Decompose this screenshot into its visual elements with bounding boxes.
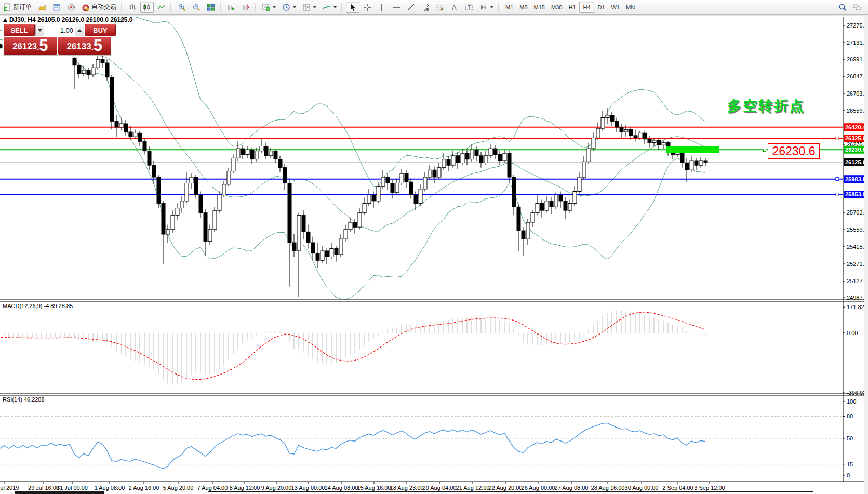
channel-tool-button[interactable]: F	[433, 2, 447, 13]
indicators-button[interactable]	[320, 2, 339, 13]
fibonacci-icon: E	[421, 3, 430, 11]
signals-button[interactable]	[64, 2, 78, 13]
signals-icon	[67, 3, 75, 11]
volume-input[interactable]	[44, 24, 75, 36]
label-tool-button[interactable]: T	[462, 2, 476, 13]
market-watch-button[interactable]	[50, 2, 63, 13]
new-order-icon	[3, 3, 11, 11]
macd-pane	[0, 310, 705, 385]
svg-text:26125.0: 26125.0	[845, 159, 866, 165]
svg-text:14 Aug 08:00: 14 Aug 08:00	[325, 485, 358, 491]
indicators-caret-icon	[333, 6, 337, 8]
bottom-window-edge	[15, 491, 104, 494]
svg-text:15 Aug 16:00: 15 Aug 16:00	[357, 485, 391, 491]
svg-text:26230.6: 26230.6	[845, 146, 866, 153]
candle-chart-button[interactable]	[140, 2, 154, 13]
chat-button[interactable]	[850, 2, 864, 13]
periods-button[interactable]	[279, 2, 299, 13]
vline-tool-button[interactable]	[375, 2, 389, 13]
search-button[interactable]	[836, 2, 849, 13]
svg-text:29 Jul 16:00: 29 Jul 16:00	[28, 485, 59, 491]
new-chart-button[interactable]	[259, 2, 278, 13]
svg-text:20 Aug 04:00: 20 Aug 04:00	[423, 485, 457, 491]
bar-chart-button[interactable]	[126, 2, 139, 13]
level-lines	[0, 127, 843, 196]
crosshair-icon	[363, 3, 371, 11]
toolbar-separator	[220, 3, 222, 12]
timeframe-m30[interactable]: M30	[548, 3, 565, 12]
text-icon: A	[450, 3, 459, 11]
cursor-tool-button[interactable]	[346, 2, 359, 13]
zoom-in-button[interactable]	[175, 2, 189, 13]
rsi-pane	[0, 416, 843, 469]
chart-shift-button[interactable]	[239, 2, 252, 13]
chart-canvas[interactable]: 27275.027131.026991.026847.026703.026559…	[0, 15, 868, 494]
profiles-icon	[38, 3, 46, 11]
svg-text:26420.4: 26420.4	[845, 124, 866, 130]
svg-text:100: 100	[847, 398, 856, 405]
timeframe-m5[interactable]: M5	[516, 3, 530, 12]
svg-text:A: A	[452, 4, 457, 11]
clock-icon	[282, 3, 290, 11]
right-window-strip	[864, 15, 868, 494]
vertical-line-icon	[378, 3, 386, 11]
svg-text:13 Aug 00:00: 13 Aug 00:00	[291, 485, 325, 491]
svg-text:80: 80	[847, 413, 853, 419]
bottom-window-border	[208, 491, 813, 492]
symbol-ohlc-text: DJ30, H4 26105.0 26126.0 26100.0 26125.0	[9, 16, 133, 23]
zoom-out-button[interactable]	[190, 2, 203, 13]
top-toolbar: 新订单 自动交易	[0, 0, 868, 15]
timeframe-m1[interactable]: M1	[502, 3, 516, 12]
sell-price[interactable]: 26123.5	[4, 37, 57, 55]
trendline-tool-button[interactable]	[404, 2, 418, 13]
templates-button[interactable]	[300, 2, 319, 13]
market-watch-icon	[52, 3, 61, 11]
timeframe-h4[interactable]: H4	[579, 2, 594, 13]
price-callout-box[interactable]: 26230.6	[768, 143, 820, 159]
timeframe-m15[interactable]: M15	[531, 3, 548, 12]
timeframe-d1[interactable]: D1	[595, 3, 608, 12]
templates-caret-icon	[313, 6, 316, 8]
svg-text:2 Sep 04:00: 2 Sep 04:00	[662, 485, 693, 491]
volume-increase-button[interactable]	[75, 24, 84, 36]
pane-separators[interactable]	[0, 15, 864, 482]
volume-decrease-button[interactable]	[36, 24, 44, 36]
crosshair-tool-button[interactable]	[360, 2, 374, 13]
hline-tool-button[interactable]	[390, 2, 403, 13]
line-chart-button[interactable]	[155, 2, 168, 13]
fibo-tool-button[interactable]: E	[419, 2, 432, 13]
arrows-tool-button[interactable]	[477, 2, 496, 13]
timeframe-w1[interactable]: W1	[608, 3, 623, 12]
svg-text:26 Jul 2019: 26 Jul 2019	[0, 485, 19, 491]
sell-price-frac: 5	[39, 38, 48, 54]
arrows-icon	[479, 3, 488, 11]
templates-icon	[302, 3, 311, 11]
bar-chart-icon	[128, 3, 137, 11]
svg-text:18 Aug 23:00: 18 Aug 23:00	[390, 485, 424, 491]
text-tool-button[interactable]: A	[448, 2, 461, 13]
auto-scroll-button[interactable]	[224, 2, 238, 13]
buy-price[interactable]: 26133.5	[58, 37, 112, 55]
svg-text:28 Aug 16:00: 28 Aug 16:00	[591, 485, 625, 491]
profiles-button[interactable]	[35, 2, 49, 13]
triangle-up-icon	[77, 29, 82, 32]
timeframe-mn[interactable]: MN	[623, 3, 638, 12]
svg-text:31 Jul 00:00: 31 Jul 00:00	[57, 485, 88, 491]
channel-icon: F	[436, 3, 444, 11]
sell-button[interactable]: SELL	[4, 24, 35, 36]
buy-button[interactable]: BUY	[85, 24, 116, 36]
buy-price-frac: 5	[94, 38, 102, 54]
timeframe-h1[interactable]: H1	[565, 3, 579, 12]
autotrading-button[interactable]: 自动交易	[79, 2, 119, 13]
new-order-button[interactable]: 新订单	[1, 2, 34, 13]
toolbar-separator	[498, 3, 501, 12]
search-icon	[838, 3, 847, 11]
highlight-rectangle[interactable]	[666, 146, 719, 153]
mt4-window: 新订单 自动交易	[0, 0, 868, 494]
turning-point-annotation[interactable]: 多空转折点	[727, 97, 805, 115]
tile-windows-button[interactable]	[204, 2, 218, 13]
autotrading-label: 自动交易	[91, 3, 116, 11]
cursor-icon	[349, 3, 357, 11]
horizontal-line-icon	[392, 3, 400, 11]
svg-text:26325.9: 26325.9	[845, 135, 866, 141]
